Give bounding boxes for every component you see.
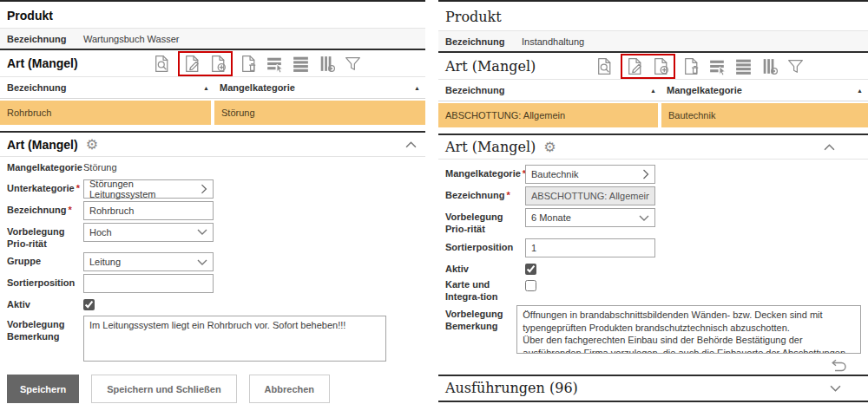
chevron-up-icon [405, 141, 417, 148]
field-sortierposition: Sortierposition [445, 238, 861, 257]
field-mangelkategorie: Mangelkategorie Störung [7, 162, 418, 174]
bezeichnung-input[interactable] [83, 201, 214, 220]
form-header: Art (Mangel) ⚙ [438, 135, 868, 160]
table-select-rows-icon[interactable] [265, 54, 285, 74]
product-bezeichnung-value: Wartungsbuch Wasser [83, 34, 179, 44]
field-prioritaet: Vorbelegung Prio-rität 6 Monate [445, 208, 861, 236]
document-delete-icon[interactable] [681, 56, 701, 76]
list-header: Art (Mangel) [0, 50, 425, 76]
unterkategorie-picker[interactable]: Störungen Leitungssystem [83, 179, 214, 199]
section-ausfuehrungen[interactable]: Ausführungen (96) [438, 376, 868, 401]
document-add-icon[interactable] [208, 54, 228, 74]
undo-row [438, 356, 868, 375]
field-bemerkung: Vorbelegung Bemerkung Im Leitungssystem … [7, 316, 418, 362]
karte-integration-checkbox[interactable] [525, 280, 536, 291]
column-settings-icon[interactable] [760, 56, 779, 76]
required-marker: * [68, 205, 71, 215]
list-header: Art (Mangel) [438, 53, 868, 79]
field-bezeichnung: Bezeichnung* [7, 201, 418, 220]
filter-icon[interactable] [343, 54, 363, 74]
gear-icon[interactable]: ⚙ [543, 140, 556, 154]
required-marker: * [506, 190, 510, 200]
bezeichnung-input-disabled [525, 186, 655, 205]
document-edit-icon[interactable] [182, 54, 202, 74]
document-edit-icon[interactable] [625, 56, 645, 76]
document-delete-icon[interactable] [239, 54, 259, 74]
product-bezeichnung-label: Bezeichnung [445, 36, 522, 47]
undo-icon[interactable] [828, 359, 847, 372]
list-toolbar [595, 54, 806, 79]
field-karte-integration: Karte und Integra-tion [445, 279, 861, 303]
product-bezeichnung-row: Bezeichnung Instandhaltung [438, 30, 868, 51]
form-header: Art (Mangel) ⚙ [0, 133, 425, 157]
prioritaet-select[interactable]: Hoch [83, 223, 214, 242]
field-aktiv: Aktiv [7, 296, 418, 311]
sort-asc-icon[interactable]: ▲ [650, 88, 656, 94]
aktiv-checkbox[interactable] [525, 264, 536, 275]
document-preview-icon[interactable] [595, 56, 615, 76]
sort-asc-icon[interactable]: ▲ [414, 85, 420, 91]
field-bemerkung: Vorbelegung Bemerkung Öffnungen in brand… [445, 305, 861, 354]
table-select-rows-icon[interactable] [707, 56, 727, 76]
sort-asc-icon[interactable]: ▲ [203, 85, 209, 91]
collapse-button[interactable] [824, 144, 835, 151]
sortierposition-input[interactable] [525, 238, 655, 257]
mangelkategorie-value: Störung [83, 162, 117, 173]
column-header-bezeichnung[interactable]: Bezeichnung ▲ [0, 77, 213, 98]
gruppe-select[interactable]: Leitung [83, 252, 214, 271]
field-sortierposition: Sortierposition [7, 274, 418, 293]
chevron-right-icon [642, 169, 649, 179]
product-bezeichnung-row: Bezeichnung Wartungsbuch Wasser [0, 28, 425, 49]
document-add-icon[interactable] [651, 56, 671, 76]
bemerkung-textarea[interactable]: Im Leitungssystem liegt ein Rohrbruch vo… [83, 316, 386, 362]
chevron-down-icon [639, 215, 649, 221]
list-title: Art (Mangel) [445, 58, 595, 75]
column-settings-icon[interactable] [317, 54, 337, 74]
cancel-button[interactable]: Abbrechen [249, 375, 330, 403]
table-header: Bezeichnung ▲ Mangelkategorie ▲ [438, 79, 868, 101]
chevron-right-icon [201, 184, 207, 194]
gear-icon[interactable]: ⚙ [86, 138, 98, 152]
cell-mangelkategorie: Störung [214, 101, 425, 125]
field-gruppe: Gruppe Leitung [7, 252, 418, 271]
product-title: Produkt [438, 2, 868, 30]
highlight-box [178, 51, 233, 76]
bemerkung-textarea[interactable]: Öffnungen in brandabschnittsbildenden Wä… [516, 305, 861, 354]
table-row[interactable]: ABSCHOTTUNG: Allgemein Bautechnik [438, 103, 868, 127]
sort-asc-icon[interactable]: ▲ [857, 88, 863, 94]
prioritaet-select[interactable]: 6 Monate [525, 208, 655, 227]
mangelkategorie-picker[interactable]: Bautechnik [525, 165, 655, 184]
column-header-bezeichnung[interactable]: Bezeichnung ▲ [438, 80, 660, 101]
save-and-close-button[interactable]: Speichern und Schließen [91, 375, 236, 403]
column-header-mangelkategorie[interactable]: Mangelkategorie ▲ [213, 77, 425, 98]
product-bezeichnung-label: Bezeichnung [7, 34, 83, 44]
column-header-mangelkategorie[interactable]: Mangelkategorie ▲ [660, 80, 868, 101]
cell-bezeichnung: ABSCHOTTUNG: Allgemein [438, 103, 658, 127]
field-prioritaet: Vorbelegung Prio-rität Hoch [7, 223, 418, 251]
sortierposition-input[interactable] [83, 274, 214, 293]
field-unterkategorie: Unterkategorie* Störungen Leitungssystem [7, 179, 418, 199]
aktiv-checkbox[interactable] [83, 299, 95, 310]
table-rows-icon[interactable] [733, 56, 753, 76]
field-bezeichnung: Bezeichnung* [445, 186, 861, 205]
field-mangelkategorie: Mangelkategorie* Bautechnik [445, 165, 861, 184]
workspace: Produkt Bezeichnung Wartungsbuch Wasser … [0, 0, 868, 404]
required-marker: * [76, 183, 80, 193]
field-aktiv: Aktiv [445, 260, 861, 276]
button-row: Speichern Speichern und Schließen Abbrec… [7, 364, 418, 403]
collapse-button[interactable] [405, 141, 417, 148]
chevron-down-icon [197, 259, 207, 265]
cell-mangelkategorie: Bautechnik [661, 103, 868, 127]
form-title: Art (Mangel) [445, 139, 536, 155]
table-row[interactable]: Rohrbruch Störung [0, 101, 425, 125]
table-rows-icon[interactable] [291, 54, 311, 74]
cell-bezeichnung: Rohrbruch [0, 101, 211, 125]
product-title: Produkt [0, 2, 425, 28]
panel-right: Produkt Bezeichnung Instandhaltung Art (… [438, 0, 868, 404]
chevron-up-icon [824, 144, 835, 151]
document-preview-icon[interactable] [152, 54, 172, 74]
list-title: Art (Mangel) [7, 56, 152, 70]
filter-icon[interactable] [786, 56, 806, 76]
list-toolbar [152, 51, 363, 76]
save-button[interactable]: Speichern [7, 375, 79, 403]
